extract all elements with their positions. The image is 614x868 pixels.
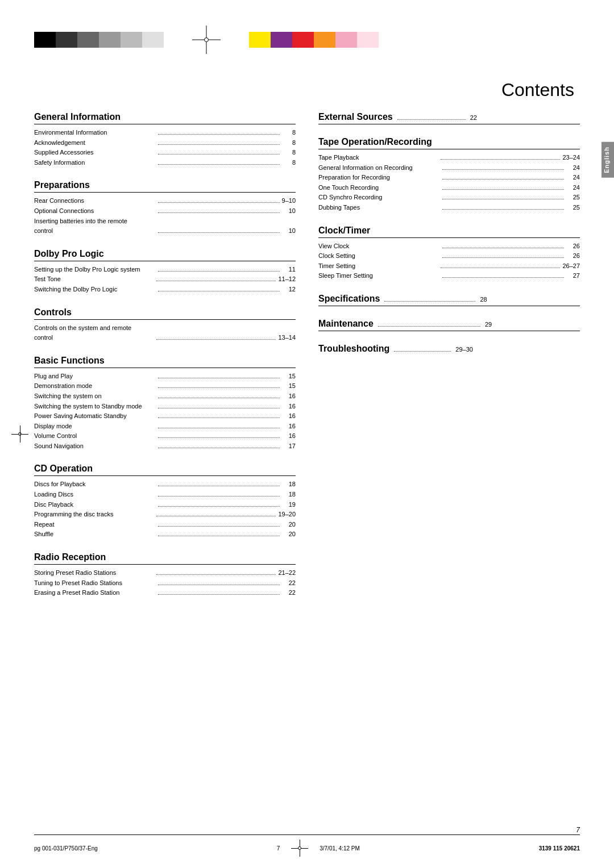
toc-entry: Preparation for Recording 24	[318, 173, 580, 183]
toc-entry: One Touch Recording 24	[318, 183, 580, 193]
main-content: Contents General Information Environment…	[34, 80, 580, 823]
color-bar-right	[249, 32, 379, 48]
toc-entry: Display mode 16	[34, 422, 296, 432]
toc-entry: CD Synchro Recording 25	[318, 193, 580, 203]
toc-entry: control 10	[34, 226, 296, 236]
crosshair-left-dot	[18, 432, 22, 436]
section-title-basic-functions: Basic Functions	[34, 356, 296, 368]
toc-entry: Power Saving Automatic Standby 16	[34, 411, 296, 422]
toc-entry: Switching the Dolby Pro Logic 12	[34, 285, 296, 295]
section-title-external-sources: External Sources	[318, 112, 393, 122]
page-number-display: 7	[576, 826, 580, 834]
toc-entry: Plug and Play 15	[34, 372, 296, 382]
color-swatch-lpink	[357, 32, 379, 48]
color-swatch-purple	[271, 32, 292, 48]
section-clock-timer: Clock/Timer View Clock 26 Clock Setting …	[318, 226, 580, 281]
toc-entry: Timer Setting 26–27	[318, 261, 580, 272]
toc-entry: Storing Preset Radio Stations 21–22	[34, 568, 296, 578]
left-column: General Information Environmental Inform…	[34, 112, 296, 611]
toc-entry: Tape Playback 23–24	[318, 153, 580, 163]
bottom-center-page: 7	[277, 845, 280, 852]
section-title-radio-reception: Radio Reception	[34, 552, 296, 565]
toc-entry: Switching the system on 16	[34, 391, 296, 402]
bottom-right-code: 3139 115 20621	[539, 845, 580, 852]
toc-entry: Setting up the Dolby Pro Logic system 11	[34, 265, 296, 275]
section-title-general-information: General Information	[34, 112, 296, 124]
toc-entry: View Clock 26	[318, 241, 580, 252]
toc-entry: Sleep Timer Setting 27	[318, 271, 580, 281]
section-title-maintenance: Maintenance	[318, 319, 374, 329]
right-column: External Sources 22 Tape Operation/Recor…	[318, 112, 580, 611]
top-bar-area	[0, 23, 614, 57]
toc-entry: Discs for Playback 18	[34, 479, 296, 490]
crosshair-left	[11, 425, 28, 443]
section-dolby-pro-logic: Dolby Pro Logic Setting up the Dolby Pro…	[34, 249, 296, 295]
toc-entry: Erasing a Preset Radio Station 22	[34, 588, 296, 598]
section-title-dolby-pro-logic: Dolby Pro Logic	[34, 249, 296, 261]
section-troubleshooting: Troubleshooting 29–30	[318, 344, 580, 354]
toc-entry: Repeat 20	[34, 520, 296, 530]
toc-entry: Test Tone 11–12	[34, 274, 296, 285]
toc-entry: Dubbing Tapes 25	[318, 203, 580, 213]
page-title: Contents	[34, 80, 580, 101]
color-swatch-pink	[335, 32, 357, 48]
color-swatch-slgray	[121, 32, 142, 48]
toc-entry: Disc Playback 19	[34, 500, 296, 510]
toc-entry: Sound Navigation 17	[34, 441, 296, 452]
toc-entry: Supplied Accessories 8	[34, 148, 296, 158]
color-swatch-dark	[56, 32, 77, 48]
bottom-left-text: pg 001-031/P750/37-Eng	[34, 845, 98, 852]
language-tab: English	[601, 142, 614, 178]
crosshair-top-center	[192, 26, 221, 54]
toc-entry: Clock Setting 26	[318, 251, 580, 261]
section-page-troubleshooting: 29–30	[455, 346, 473, 353]
toc-entry: control 13–14	[34, 333, 296, 343]
toc-entry: Tuning to Preset Radio Stations 22	[34, 578, 296, 589]
section-general-information: General Information Environmental Inform…	[34, 112, 296, 168]
color-bar-left	[34, 32, 164, 48]
color-swatch-lgray	[99, 32, 121, 48]
crosshair-dot	[204, 37, 209, 42]
color-swatch-yellow	[249, 32, 271, 48]
section-preparations: Preparations Rear Connections 9–10 Optio…	[34, 180, 296, 236]
color-swatch-white	[142, 32, 164, 48]
section-external-sources: External Sources 22	[318, 112, 580, 124]
section-cd-operation: CD Operation Discs for Playback 18 Loadi…	[34, 464, 296, 540]
toc-entry: Loading Discs 18	[34, 490, 296, 500]
color-swatch-red	[292, 32, 314, 48]
crosshair-bottom-center	[291, 840, 308, 857]
content-columns: General Information Environmental Inform…	[34, 112, 580, 611]
crosshair-bottom-dot	[298, 846, 301, 850]
color-swatch-black	[34, 32, 56, 48]
section-controls: Controls Controls on the system and remo…	[34, 307, 296, 343]
toc-entry: Acknowledgement 8	[34, 138, 296, 148]
color-swatch-orange	[314, 32, 335, 48]
section-title-tape-operation: Tape Operation/Recording	[318, 137, 580, 149]
toc-entry: Demonstration mode 15	[34, 381, 296, 391]
toc-entry: Environmental Information 8	[34, 128, 296, 138]
bottom-right-date: 3/7/01, 4:12 PM	[320, 845, 360, 852]
section-title-specifications: Specifications	[318, 294, 380, 304]
section-page-external-sources: 22	[470, 114, 477, 121]
toc-entry: Rear Connections 9–10	[34, 196, 296, 206]
toc-entry: Volume Control 16	[34, 431, 296, 441]
section-title-troubleshooting: Troubleshooting	[318, 344, 389, 354]
section-title-cd-operation: CD Operation	[34, 464, 296, 476]
section-basic-functions: Basic Functions Plug and Play 15 Demonst…	[34, 356, 296, 452]
section-page-specifications: 28	[480, 296, 487, 303]
toc-entry: Programming the disc tracks 19–20	[34, 510, 296, 520]
toc-entry: Shuffle 20	[34, 529, 296, 540]
toc-entry-plain: Controls on the system and remote	[34, 323, 296, 333]
section-title-controls: Controls	[34, 307, 296, 320]
section-radio-reception: Radio Reception Storing Preset Radio Sta…	[34, 552, 296, 598]
toc-entry: Switching the system to Standby mode 16	[34, 402, 296, 412]
section-page-maintenance: 29	[485, 321, 492, 328]
bottom-bar: pg 001-031/P750/37-Eng 7 3/7/01, 4:12 PM…	[34, 834, 580, 857]
color-swatch-gray	[77, 32, 99, 48]
section-tape-operation: Tape Operation/Recording Tape Playback 2…	[318, 137, 580, 213]
toc-entry-plain: Inserting batteries into the remote	[34, 216, 296, 227]
section-title-preparations: Preparations	[34, 180, 296, 193]
toc-entry: General Information on Recording 24	[318, 163, 580, 173]
toc-entry: Safety Information 8	[34, 158, 296, 168]
section-maintenance: Maintenance 29	[318, 319, 580, 331]
